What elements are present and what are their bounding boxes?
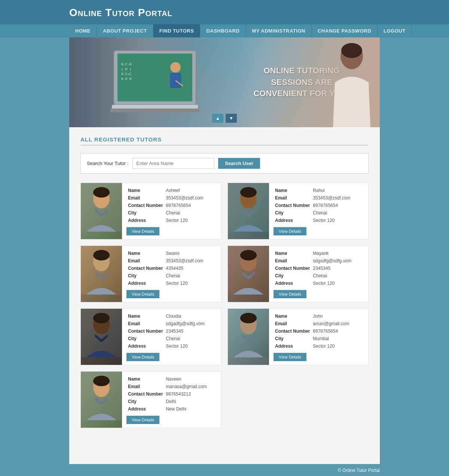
tutor-city: Delhi xyxy=(164,398,217,405)
tutor-photo xyxy=(81,246,122,302)
avatar-svg xyxy=(228,309,269,357)
label-email: Email xyxy=(126,257,164,265)
hero-next-button[interactable]: ▼ xyxy=(226,114,237,123)
nav-find-tutors[interactable]: FIND TUTORS xyxy=(153,24,201,37)
tutor-photo xyxy=(81,183,122,239)
avatar-svg xyxy=(81,183,122,232)
svg-point-36 xyxy=(240,313,257,323)
tutor-photo xyxy=(81,372,122,428)
view-details-button[interactable]: View Details xyxy=(126,227,159,235)
tutor-info: Name Rahul Email 353453@zsdf.com Contact… xyxy=(269,183,368,239)
view-details-button[interactable]: View Details xyxy=(274,290,306,298)
tutor-name: John xyxy=(311,312,364,320)
label-address: Address xyxy=(126,405,164,413)
tutor-card: Name Rahul Email 353453@zsdf.com Contact… xyxy=(227,183,369,239)
nav-logout[interactable]: LOGOUT xyxy=(378,24,412,37)
svg-point-12 xyxy=(341,43,362,58)
site-title: Online Tutor Portal xyxy=(69,7,172,18)
label-name: Name xyxy=(274,187,311,194)
view-details-button[interactable]: View Details xyxy=(126,290,159,298)
tutor-photo xyxy=(228,309,269,365)
tutor-address: Sector 120 xyxy=(311,217,364,224)
view-details-button[interactable]: View Details xyxy=(274,353,306,361)
search-input[interactable] xyxy=(132,158,214,169)
avatar-svg xyxy=(81,309,122,357)
tutor-address: Sector 120 xyxy=(311,342,364,350)
label-city: City xyxy=(126,335,164,342)
tutor-contact: 4354435 xyxy=(164,265,217,272)
nav-dashboard[interactable]: DASHBOARD xyxy=(200,24,246,37)
tutor-card: Name Naveen Email manasa@gmail.com Conta… xyxy=(80,371,222,428)
tutor-address: Sector 120 xyxy=(164,280,217,287)
tutors-grid: Name Asheef Email 353453@zsdf.com Contac… xyxy=(80,183,369,428)
search-button[interactable]: Search User xyxy=(218,158,260,169)
tutor-info: Name Mayank Email sdgsdfg@sdfg.vom Conta… xyxy=(269,246,368,302)
hero-prev-button[interactable]: ▲ xyxy=(212,114,223,123)
svg-point-28 xyxy=(240,250,257,260)
tutor-name: Swami xyxy=(164,250,217,257)
label-address: Address xyxy=(126,342,164,350)
nav-change-password[interactable]: CHANGE PASSWORD xyxy=(312,24,378,37)
tutor-info: Name Naveen Email manasa@gmail.com Conta… xyxy=(122,372,221,428)
tutor-email: manasa@gmail.com xyxy=(164,383,217,390)
tutor-contact: 8978765654 xyxy=(164,202,217,209)
view-details-button[interactable]: View Details xyxy=(274,227,306,235)
tutor-contact: 2345345 xyxy=(164,327,217,335)
tutor-photo xyxy=(81,309,122,365)
avatar-svg xyxy=(228,183,269,232)
tutor-address: New Delhi xyxy=(164,405,217,413)
label-address: Address xyxy=(274,342,311,350)
svg-text:| H |: | H | xyxy=(121,67,131,71)
tutor-name: Cloudia xyxy=(164,312,217,320)
label-name: Name xyxy=(126,375,164,383)
nav-home[interactable]: HOME xyxy=(69,24,97,37)
label-city: City xyxy=(274,272,311,280)
tutor-card: Name Asheef Email 353453@zsdf.com Contac… xyxy=(80,183,222,239)
tutor-contact: 9876543212 xyxy=(164,390,217,398)
tutor-contact: 8978765654 xyxy=(311,202,364,209)
svg-point-16 xyxy=(93,187,110,198)
label-email: Email xyxy=(126,383,164,390)
tutor-name: Rahul xyxy=(311,187,364,194)
site-header: Online Tutor Portal xyxy=(0,0,449,24)
label-email: Email xyxy=(126,320,164,327)
label-contact: Contact Number xyxy=(274,265,311,272)
avatar-svg xyxy=(81,372,122,420)
view-details-button[interactable]: View Details xyxy=(126,353,159,361)
tutor-address: Sector 120 xyxy=(311,280,364,287)
tutor-email: 353453@zsdf.com xyxy=(311,194,364,202)
view-details-button[interactable]: View Details xyxy=(126,416,159,424)
label-city: City xyxy=(274,209,311,217)
main-content: ALL REGISTERED TUTORS Search Your Tutor … xyxy=(69,127,380,464)
tutor-card: Name Swami Email 353453@zsdf.com Contact… xyxy=(80,245,222,302)
tutor-email: sdgadfg@sdfg.vom xyxy=(164,320,217,327)
avatar-svg xyxy=(81,246,122,295)
label-email: Email xyxy=(274,320,311,327)
label-contact: Contact Number xyxy=(126,265,164,272)
tutor-name: Mayank xyxy=(311,250,364,257)
label-contact: Contact Number xyxy=(126,390,164,398)
label-address: Address xyxy=(126,217,164,224)
tutor-name: Naveen xyxy=(164,375,217,383)
footer: © Online Tutor Portal xyxy=(0,464,449,476)
label-contact: Contact Number xyxy=(126,202,164,209)
svg-point-6 xyxy=(170,62,181,73)
label-city: City xyxy=(126,272,164,280)
svg-point-24 xyxy=(93,250,110,260)
svg-point-40 xyxy=(93,376,110,386)
tutor-info: Name Swami Email 353453@zsdf.com Contact… xyxy=(122,246,221,302)
label-contact: Contact Number xyxy=(126,327,164,335)
nav-bar: HOME ABOUT PROJECT FIND TUTORS DASHBOARD… xyxy=(0,24,449,37)
nav-about[interactable]: ABOUT PROJECT xyxy=(97,24,153,37)
nav-admin[interactable]: MY ADMINISTRATION xyxy=(246,24,312,37)
label-email: Email xyxy=(274,257,311,265)
svg-text:H-C-H: H-C-H xyxy=(121,62,131,66)
label-name: Name xyxy=(126,250,164,257)
tutor-photo xyxy=(228,246,269,302)
tutor-name: Asheef xyxy=(164,187,217,194)
label-city: City xyxy=(126,209,164,217)
tutor-email: 353453@zsdf.com xyxy=(164,194,217,202)
hero-person-area xyxy=(240,37,380,127)
tutor-city: Chenai xyxy=(311,209,364,217)
tutor-email: sdgsdfg@sdfg.vom xyxy=(311,257,364,265)
